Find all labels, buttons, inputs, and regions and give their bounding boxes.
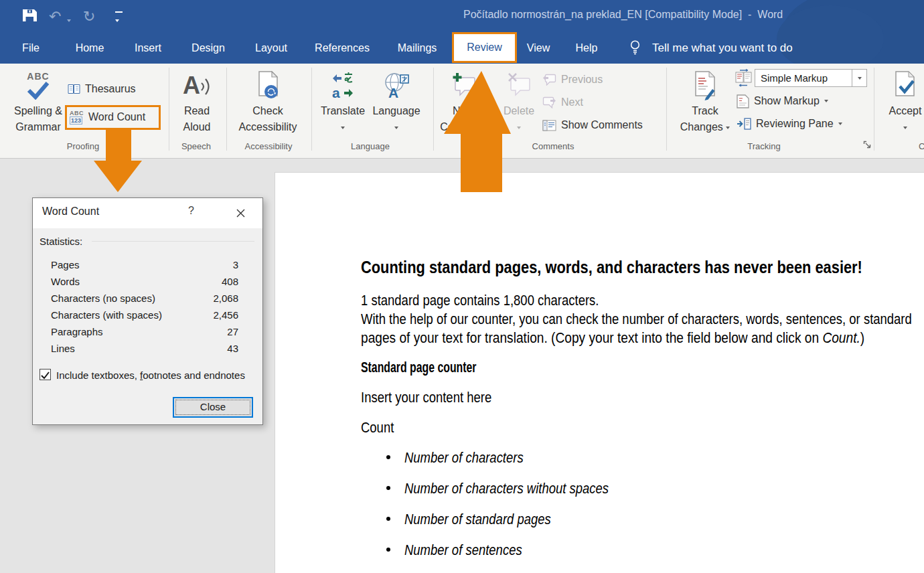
- delete-comment-icon: [494, 69, 544, 102]
- group-label-tracking: Tracking: [747, 141, 780, 151]
- doc-line: Insert your content here: [361, 389, 516, 406]
- dialog-title-bar[interactable]: Word Count ?: [33, 198, 262, 228]
- show-comments-icon: [542, 120, 556, 131]
- doc-heading: Counting standard pages, words, and char…: [361, 257, 924, 278]
- statistics-caption: Statistics:: [40, 236, 82, 247]
- stat-row: Paragraphs27: [51, 326, 238, 337]
- doc-line: With the help of our counter, you can ch…: [361, 311, 924, 328]
- group-label-changes: C: [919, 141, 924, 151]
- accept-icon: [884, 69, 924, 102]
- checkbox-label: Include textboxes, footnotes and endnote…: [56, 370, 245, 381]
- accept-button[interactable]: Accept: [884, 68, 924, 143]
- window-title: Počítadlo normostrán_na preklad_EN [Comp…: [463, 9, 783, 21]
- dialog-title: Word Count: [42, 206, 99, 218]
- check-accessibility-icon: [234, 69, 301, 102]
- doc-bullet: Number of sentences: [404, 542, 544, 559]
- thesaurus-icon: [68, 84, 80, 94]
- dialog-close-button[interactable]: [227, 202, 254, 224]
- title-bar: ↶ ↻ Počítadlo normostrán_na preklad_EN […: [0, 0, 924, 64]
- word-application-window: ↶ ↻ Počítadlo normostrán_na preklad_EN […: [0, 0, 924, 573]
- read-aloud-icon: A: [173, 69, 221, 102]
- save-icon: [22, 9, 37, 22]
- dropdown-caret: [858, 77, 862, 80]
- translate-icon: a: [317, 69, 368, 102]
- bullet-dot: [386, 517, 390, 521]
- previous-comment-icon: [542, 74, 556, 86]
- redo-button[interactable]: ↻: [83, 9, 95, 24]
- group-label-language: Language: [351, 141, 390, 151]
- tell-me-search[interactable]: Tell me what you want to do: [652, 32, 793, 64]
- spelling-grammar-button[interactable]: ABC Spelling & Grammar: [12, 68, 64, 143]
- new-comment-button[interactable]: New Comment: [439, 68, 488, 143]
- word-count-dialog: Word Count ? Statistics: Pages3 Words408…: [32, 197, 263, 425]
- show-comments-button[interactable]: Show Comments: [542, 117, 643, 133]
- document-page[interactable]: Counting standard pages, words, and char…: [275, 172, 924, 573]
- group-separator: [874, 68, 874, 151]
- tab-file[interactable]: File: [22, 32, 40, 64]
- dropdown-caret: [838, 122, 842, 125]
- bullet-dot: [386, 548, 390, 552]
- read-aloud-button[interactable]: A Read Aloud: [173, 68, 221, 143]
- previous-comment-button[interactable]: Previous: [542, 72, 603, 88]
- tab-insert[interactable]: Insert: [135, 32, 161, 64]
- group-separator: [311, 68, 312, 151]
- dropdown-caret: [517, 127, 521, 129]
- language-icon: A: [368, 69, 425, 102]
- doc-line: Count: [361, 419, 400, 436]
- show-markup-button[interactable]: Show Markup: [737, 93, 828, 109]
- next-comment-button[interactable]: Next: [542, 94, 583, 110]
- dropdown-caret: [341, 127, 345, 129]
- doc-bullet: Number of standard pages: [404, 511, 579, 528]
- tab-layout[interactable]: Layout: [255, 32, 287, 64]
- spelling-grammar-icon: ABC: [26, 72, 50, 100]
- stat-row: Pages3: [51, 259, 238, 270]
- tab-references[interactable]: References: [315, 32, 370, 64]
- dialog-help-button[interactable]: ?: [188, 205, 194, 217]
- display-for-review-icon: [735, 69, 752, 90]
- language-button[interactable]: A Language: [368, 68, 425, 143]
- check-accessibility-button[interactable]: Check Accessibility: [234, 68, 301, 143]
- combo-dropdown-button[interactable]: [852, 70, 866, 86]
- stat-row: Lines43: [51, 343, 238, 354]
- combo-value: Simple Markup: [761, 72, 828, 84]
- tracking-dialog-launcher[interactable]: [863, 140, 872, 152]
- track-changes-button[interactable]: Track Changes: [678, 68, 733, 143]
- svg-text:a: a: [332, 85, 340, 100]
- bullet-dot: [386, 486, 390, 490]
- group-label-speech: Speech: [181, 141, 211, 151]
- doc-bullet: Number of characters: [404, 449, 546, 467]
- qat-customize-icon: [115, 11, 123, 13]
- thesaurus-button[interactable]: Thesaurus: [68, 81, 136, 97]
- doc-line: 1 standard page contains 1,800 character…: [361, 292, 644, 309]
- stat-row: Characters (no spaces)2,068: [51, 293, 238, 304]
- save-button[interactable]: [22, 9, 37, 25]
- group-separator: [666, 68, 667, 151]
- next-comment-icon: [542, 96, 556, 108]
- close-button[interactable]: Close: [173, 397, 253, 418]
- undo-dropdown-icon[interactable]: [67, 14, 71, 26]
- group-separator: [433, 68, 434, 151]
- reviewing-pane-icon: [737, 118, 751, 130]
- tab-home[interactable]: Home: [76, 32, 104, 64]
- doc-bullet: Number of characters without spaces: [404, 480, 647, 497]
- tab-mailings[interactable]: Mailings: [398, 32, 437, 64]
- tab-view[interactable]: View: [527, 32, 550, 64]
- svg-text:A: A: [388, 85, 398, 100]
- bullet-dot: [386, 455, 390, 459]
- tab-review[interactable]: Review: [452, 32, 517, 63]
- annotation-box-word-count: [65, 105, 161, 130]
- display-for-review-combo[interactable]: Simple Markup: [755, 69, 867, 87]
- group-separator: [226, 68, 227, 151]
- lightbulb-icon: [629, 39, 641, 58]
- include-textboxes-checkbox[interactable]: [40, 369, 51, 380]
- translate-button[interactable]: a Translate: [317, 68, 368, 143]
- undo-button[interactable]: ↶: [49, 9, 61, 24]
- group-label-proofing: Proofing: [67, 141, 99, 151]
- checkmark-icon: [41, 372, 50, 380]
- new-comment-icon: [439, 69, 488, 102]
- tab-design[interactable]: Design: [191, 32, 225, 64]
- reviewing-pane-button[interactable]: Reviewing Pane: [737, 116, 842, 132]
- tab-help[interactable]: Help: [576, 32, 598, 64]
- delete-comment-button[interactable]: Delete: [494, 68, 544, 143]
- qat-customize-button[interactable]: [115, 11, 123, 26]
